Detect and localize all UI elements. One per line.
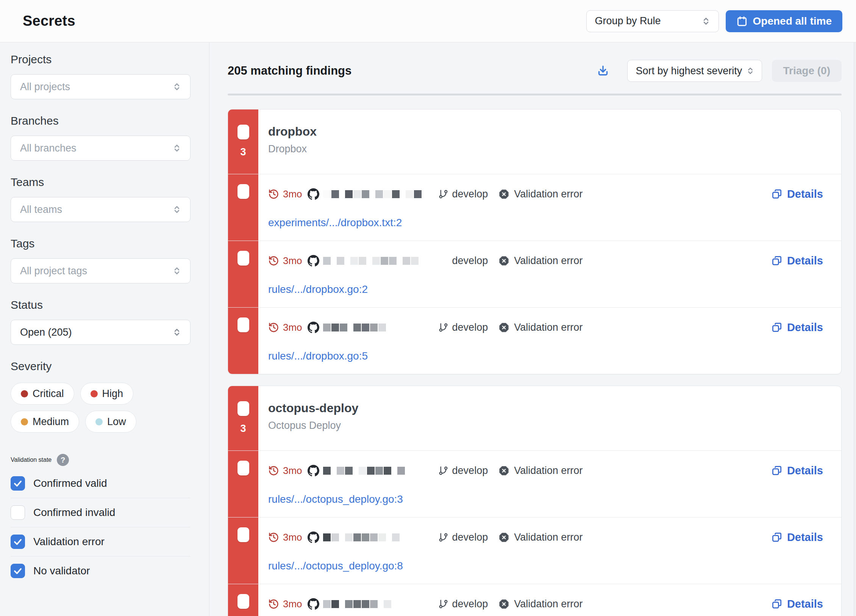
severity-chip-high[interactable]: High bbox=[80, 383, 134, 405]
download-button[interactable] bbox=[594, 62, 612, 80]
status-select[interactable]: Open (205) bbox=[11, 320, 191, 345]
validation-state-label: Validation state bbox=[11, 457, 52, 463]
severity-label: Severity bbox=[11, 360, 209, 373]
finding-row: 3mo develop Validation error bbox=[228, 174, 841, 241]
history-icon bbox=[268, 599, 279, 610]
finding-checkbox[interactable] bbox=[237, 527, 249, 542]
finding-file-path[interactable]: rules/.../dropbox.go:2 bbox=[268, 283, 368, 295]
chevron-updown-icon bbox=[171, 142, 183, 154]
finding-file-path[interactable]: rules/.../octopus_deploy.go:3 bbox=[268, 493, 403, 505]
severity-chip-low[interactable]: Low bbox=[85, 411, 136, 433]
findings-main: 205 matching findings Sort by highest se… bbox=[209, 42, 856, 616]
finding-meta: 3mo develop Validation error bbox=[268, 598, 823, 610]
severity-chips: Critical High Medium Low bbox=[11, 383, 192, 433]
group-checkbox[interactable] bbox=[237, 401, 249, 416]
details-link[interactable]: Details bbox=[771, 255, 823, 267]
finding-age: 3mo bbox=[283, 188, 302, 200]
redacted-secret bbox=[323, 533, 437, 541]
validation-status-label: Validation error bbox=[514, 598, 583, 610]
finding-checkbox[interactable] bbox=[237, 461, 249, 475]
validation-error-checkbox[interactable] bbox=[11, 535, 25, 549]
details-label: Details bbox=[787, 321, 823, 334]
branch-info bbox=[438, 466, 448, 476]
tags-select[interactable]: All project tags bbox=[11, 258, 191, 283]
checkbox-label: Confirmed invalid bbox=[33, 507, 115, 519]
severity-rail: 3 bbox=[228, 386, 258, 450]
projects-label: Projects bbox=[11, 53, 209, 66]
group-count-badge: 3 bbox=[240, 423, 246, 435]
help-icon[interactable]: ? bbox=[57, 454, 69, 466]
branch-name: develop bbox=[452, 532, 488, 543]
details-link[interactable]: Details bbox=[771, 598, 823, 610]
triage-button[interactable]: Triage (0) bbox=[772, 60, 842, 82]
group-checkbox[interactable] bbox=[237, 125, 249, 139]
copy-icon bbox=[771, 188, 783, 200]
validation-error-icon bbox=[498, 599, 509, 610]
confirmed-invalid-checkbox[interactable] bbox=[11, 505, 25, 520]
history-icon bbox=[268, 322, 279, 333]
medium-dot-icon bbox=[21, 418, 28, 425]
teams-select[interactable]: All teams bbox=[11, 197, 191, 222]
validation-status-label: Validation error bbox=[514, 255, 583, 267]
validation-status: Validation error bbox=[498, 598, 583, 610]
sort-select[interactable]: Sort by highest severity bbox=[627, 60, 762, 82]
redacted-secret bbox=[323, 257, 437, 265]
redacted-secret bbox=[323, 467, 437, 475]
finding-meta: 3mo develop Validation error bbox=[268, 255, 823, 267]
opened-all-time-button[interactable]: Opened all time bbox=[726, 10, 843, 32]
details-link[interactable]: Details bbox=[771, 464, 823, 477]
validation-error-icon bbox=[498, 322, 509, 333]
history-icon bbox=[268, 255, 279, 266]
chevron-updown-icon bbox=[171, 81, 183, 92]
finding-checkbox[interactable] bbox=[237, 251, 249, 266]
branch-name: develop bbox=[452, 255, 488, 267]
severity-chip-medium[interactable]: Medium bbox=[11, 411, 79, 433]
details-link[interactable]: Details bbox=[771, 188, 823, 200]
opened-all-time-label: Opened all time bbox=[753, 15, 832, 27]
finding-checkbox[interactable] bbox=[237, 317, 249, 332]
validation-state-header: Validation state ? bbox=[11, 454, 209, 466]
validation-state-list: Confirmed valid Confirmed invalid Valida… bbox=[11, 469, 209, 585]
confirmed-valid-checkbox[interactable] bbox=[11, 476, 25, 491]
history-icon bbox=[268, 532, 279, 543]
github-icon bbox=[308, 532, 319, 543]
branches-select[interactable]: All branches bbox=[11, 136, 191, 161]
group-detector-name: Dropbox bbox=[268, 143, 317, 155]
low-dot-icon bbox=[95, 418, 103, 425]
finding-file-path[interactable]: experiments/.../dropbox.txt:2 bbox=[268, 217, 402, 229]
finding-checkbox[interactable] bbox=[237, 594, 249, 609]
validation-status: Validation error bbox=[498, 322, 583, 333]
projects-select[interactable]: All projects bbox=[11, 74, 191, 99]
chevron-updown-icon bbox=[171, 265, 183, 277]
finding-age: 3mo bbox=[283, 322, 302, 333]
github-icon bbox=[308, 255, 319, 267]
finding-row: 3mo develop Validation error bbox=[228, 517, 841, 584]
severity-rail bbox=[228, 174, 258, 241]
details-label: Details bbox=[787, 255, 823, 267]
no-validator-checkbox[interactable] bbox=[11, 564, 25, 578]
history-icon bbox=[268, 465, 279, 476]
redacted-secret bbox=[323, 324, 437, 331]
group-by-select[interactable]: Group by Rule bbox=[586, 10, 719, 32]
finding-body: 3mo develop Validation error bbox=[258, 451, 841, 517]
severity-rail bbox=[228, 584, 258, 616]
download-icon bbox=[596, 64, 610, 78]
critical-dot-icon bbox=[21, 390, 28, 397]
status-label: Status bbox=[11, 299, 209, 311]
validation-status-label: Validation error bbox=[514, 465, 583, 477]
copy-icon bbox=[771, 465, 783, 476]
branch-info bbox=[438, 256, 448, 266]
finding-file-path[interactable]: rules/.../octopus_deploy.go:8 bbox=[268, 560, 403, 572]
severity-rail bbox=[228, 308, 258, 374]
branch-name: develop bbox=[452, 322, 488, 333]
group-title: octopus-deploy bbox=[268, 401, 358, 415]
chevron-updown-icon bbox=[700, 16, 712, 27]
finding-checkbox[interactable] bbox=[237, 184, 249, 199]
severity-chip-critical[interactable]: Critical bbox=[11, 383, 74, 405]
finding-file-path[interactable]: rules/.../dropbox.go:5 bbox=[268, 350, 368, 362]
details-link[interactable]: Details bbox=[771, 321, 823, 334]
details-link[interactable]: Details bbox=[771, 531, 823, 544]
github-icon bbox=[308, 598, 319, 610]
finding-age: 3mo bbox=[283, 598, 302, 610]
scrollbar-track[interactable] bbox=[854, 42, 856, 616]
